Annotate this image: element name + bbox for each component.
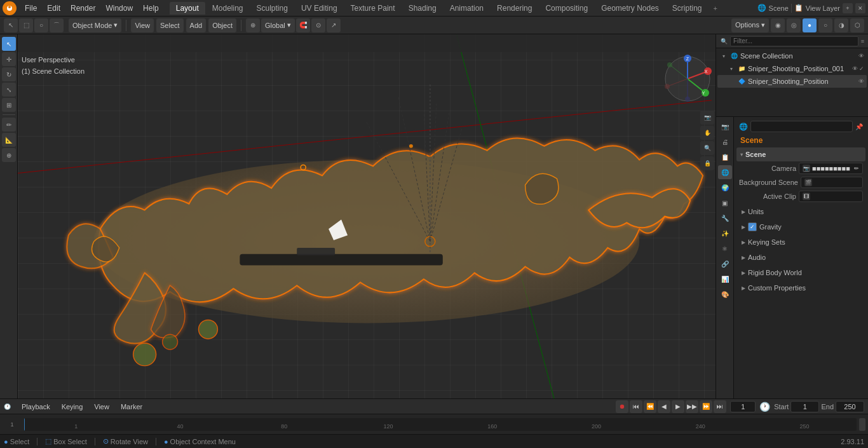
object-menu-button[interactable]: Object — [208, 18, 236, 32]
eye-toggle-scene[interactable]: 👁 — [858, 53, 864, 59]
add-menu-button[interactable]: Add — [186, 18, 207, 32]
pin-icon[interactable]: 📌 — [855, 123, 863, 130]
prev-keyframe-btn[interactable]: ⏪ — [644, 400, 656, 413]
marker-menu[interactable]: Marker — [118, 402, 146, 412]
tab-scripting[interactable]: Scripting — [666, 2, 709, 15]
props-modifier-icon[interactable]: 🔧 — [718, 211, 732, 225]
audio-header[interactable]: ▶ Audio — [736, 250, 865, 264]
camera-view-btn[interactable]: 📷 — [700, 111, 714, 125]
current-frame-input[interactable]: 1 — [730, 401, 756, 412]
custom-props-header[interactable]: ▶ Custom Properties — [736, 281, 865, 295]
playback-menu[interactable]: Playback — [18, 402, 53, 412]
select-menu-button[interactable]: Select — [156, 18, 184, 32]
navigation-gizmo[interactable]: X Y Z — [662, 53, 713, 104]
menu-window[interactable]: Window — [101, 3, 137, 14]
tab-compositing[interactable]: Compositing — [539, 2, 594, 15]
next-frame-btn[interactable]: ▶▶ — [686, 400, 698, 413]
proportional-icon[interactable]: ⊙ — [311, 18, 325, 32]
eye-toggle-object[interactable]: 👁 — [858, 78, 864, 85]
exclude-toggle-sniper[interactable]: ✓ — [859, 65, 864, 72]
jump-end-btn[interactable]: ⏭ — [714, 400, 726, 413]
tab-modeling[interactable]: Modeling — [206, 2, 250, 15]
overlay-icon[interactable]: ◉ — [771, 18, 785, 32]
active-clip-value[interactable]: 🎞 — [799, 191, 863, 202]
outliner-row-scene-collection[interactable]: ▾ 🌐 Scene Collection 👁 — [717, 50, 867, 62]
tab-animation[interactable]: Animation — [444, 2, 490, 15]
outliner-row-sniper-object[interactable]: 🔷 Sniper_Shooting_Position 👁 — [717, 75, 867, 88]
options-button[interactable]: Options ▾ — [731, 18, 769, 32]
end-frame-input[interactable]: 250 — [836, 401, 864, 412]
tab-texture-paint[interactable]: Texture Paint — [344, 2, 402, 15]
viewport-shading-solid[interactable]: ● — [803, 18, 817, 32]
properties-search[interactable] — [750, 121, 853, 132]
start-frame-input[interactable]: 1 — [790, 401, 819, 412]
cursor-tool[interactable]: ↖ — [2, 37, 16, 51]
add-object-tool[interactable]: ⊕ — [2, 148, 16, 162]
scene-section-header[interactable]: ▾ Scene — [736, 147, 865, 161]
object-mode-button[interactable]: Object Mode ▾ — [69, 18, 121, 32]
record-btn[interactable]: ⏺ — [616, 400, 628, 413]
props-output-icon[interactable]: 🖨 — [718, 135, 732, 149]
props-view-layer-icon[interactable]: 📋 — [718, 150, 732, 164]
props-constraints-icon[interactable]: 🔗 — [718, 257, 732, 271]
view-layer-name[interactable]: View Layer — [806, 4, 840, 12]
tab-rendering[interactable]: Rendering — [491, 2, 538, 15]
circle-select-icon[interactable]: ○ — [34, 18, 48, 32]
keying-menu[interactable]: Keying — [58, 402, 86, 412]
viewport-shading-rendered[interactable]: ◑ — [834, 18, 848, 32]
keying-sets-header[interactable]: ▶ Keying Sets — [736, 235, 865, 249]
outliner-row-sniper-collection[interactable]: ▾ 📁 Sniper_Shooting_Position_001 👁 ✓ — [717, 62, 867, 75]
view-menu-button[interactable]: View — [131, 18, 154, 32]
camera-edit-icon[interactable]: ✏ — [854, 165, 859, 172]
camera-value[interactable]: 📷 ■■■■■■■■■ ✏ — [799, 163, 863, 174]
scene-name[interactable]: Scene — [769, 4, 789, 12]
outliner-filter-icon[interactable]: ≡ — [861, 38, 864, 44]
zoom-btn[interactable]: 🔍 — [700, 141, 714, 155]
timeline-scrollbar[interactable] — [859, 418, 865, 431]
move-viewport-btn[interactable]: ✋ — [700, 126, 714, 140]
menu-render[interactable]: Render — [66, 3, 100, 14]
measure-tool[interactable]: 📐 — [2, 133, 16, 147]
transform-tool[interactable]: ⊞ — [2, 98, 16, 112]
scale-tool[interactable]: ⤡ — [2, 83, 16, 97]
tab-layout[interactable]: Layout — [170, 2, 205, 15]
view-menu-timeline[interactable]: View — [91, 402, 112, 412]
menu-file[interactable]: File — [20, 3, 41, 14]
viewport[interactable]: User Perspective (1) Scene Collection X … — [18, 34, 715, 398]
add-workspace-button[interactable]: + — [709, 3, 722, 14]
tab-shading[interactable]: Shading — [402, 2, 443, 15]
move-tool[interactable]: ✛ — [2, 52, 16, 66]
props-object-icon[interactable]: ▣ — [718, 196, 732, 210]
lasso-select-icon[interactable]: ⌒ — [50, 18, 64, 32]
cam-lock-btn[interactable]: 🔒 — [700, 156, 714, 170]
xray-icon[interactable]: ◎ — [787, 18, 801, 32]
gravity-checkbox[interactable]: ✓ — [748, 222, 757, 231]
transform-gizmo-icon[interactable]: ⊕ — [246, 18, 260, 32]
box-select-icon[interactable]: ⬚ — [19, 18, 33, 32]
view-layer-add[interactable]: + — [843, 3, 853, 13]
viewport-shading-material[interactable]: ○ — [818, 18, 832, 32]
falloff-icon[interactable]: ↗ — [327, 18, 341, 32]
tab-uv-editing[interactable]: UV Editing — [295, 2, 344, 15]
view-layer-options[interactable]: ✕ — [855, 3, 865, 13]
tab-geometry-nodes[interactable]: Geometry Nodes — [595, 2, 665, 15]
props-data-icon[interactable]: 📊 — [718, 272, 732, 286]
props-scene-icon[interactable]: 🌐 — [718, 165, 732, 179]
menu-edit[interactable]: Edit — [43, 3, 65, 14]
props-physics-icon[interactable]: ⚛ — [718, 241, 732, 255]
outliner-search[interactable] — [730, 36, 858, 46]
gravity-header[interactable]: ▶ ✓ Gravity — [736, 220, 865, 234]
rigid-body-header[interactable]: ▶ Rigid Body World — [736, 266, 865, 280]
menu-help[interactable]: Help — [139, 3, 163, 14]
prev-frame-btn[interactable]: ◀ — [658, 400, 670, 413]
props-world-icon[interactable]: 🌍 — [718, 180, 732, 194]
background-scene-value[interactable]: 🎬 — [801, 177, 863, 188]
tab-sculpting[interactable]: Sculpting — [250, 2, 294, 15]
props-material-icon[interactable]: 🎨 — [718, 287, 732, 301]
next-keyframe-btn[interactable]: ⏩ — [700, 400, 712, 413]
select-mode-icon[interactable]: ↖ — [4, 18, 18, 32]
eye-toggle-sniper[interactable]: 👁 — [852, 65, 858, 72]
props-render-icon[interactable]: 📷 — [718, 119, 732, 133]
units-header[interactable]: ▶ Units — [736, 205, 865, 219]
viewport-shading-wireframe[interactable]: ⬡ — [850, 18, 864, 32]
